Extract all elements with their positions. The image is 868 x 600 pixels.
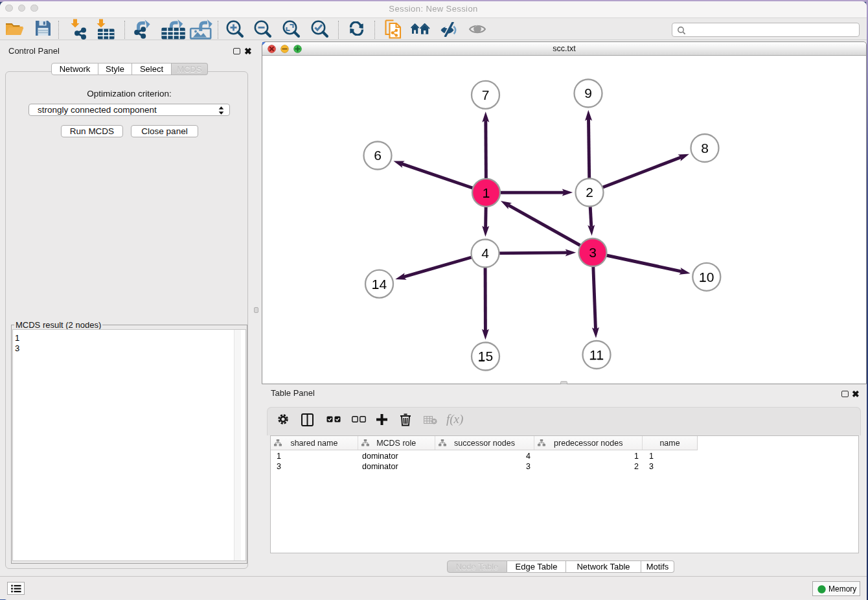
svg-text:8: 8 <box>701 141 709 156</box>
svg-text:15: 15 <box>478 349 493 363</box>
svg-text:2: 2 <box>586 185 593 200</box>
svg-text:3: 3 <box>589 245 597 260</box>
svg-text:1: 1 <box>483 185 490 200</box>
svg-text:10: 10 <box>699 270 714 284</box>
svg-text:9: 9 <box>584 86 592 100</box>
svg-text:4: 4 <box>481 246 489 260</box>
svg-text:6: 6 <box>374 148 382 163</box>
svg-text:7: 7 <box>482 87 490 102</box>
svg-text:14: 14 <box>372 277 387 292</box>
svg-text:11: 11 <box>589 347 604 362</box>
